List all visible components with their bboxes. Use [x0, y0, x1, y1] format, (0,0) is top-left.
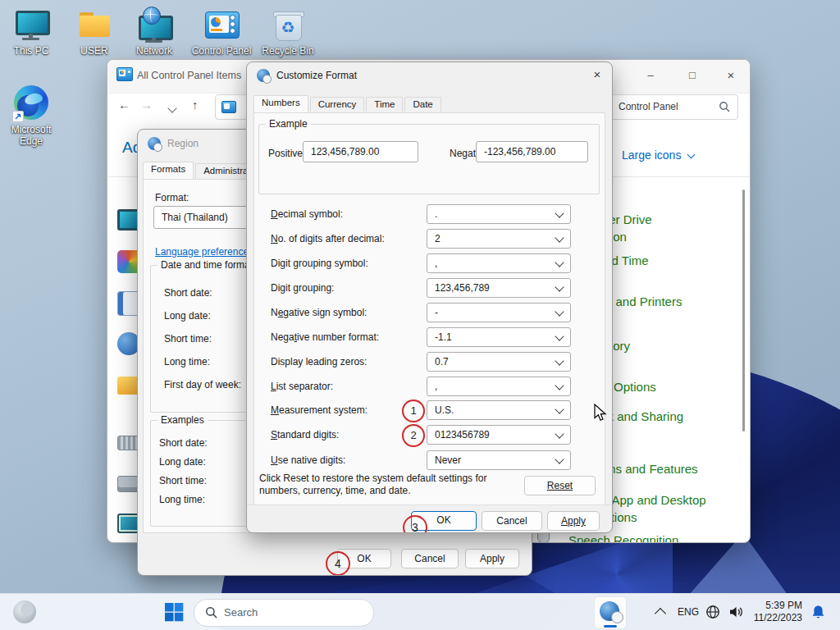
view-by-label: Large icons — [622, 148, 681, 162]
field-label: Standard digits: — [271, 429, 339, 441]
edge-icon — [12, 85, 50, 121]
desktop-icon-edge[interactable]: MicrosoftEdge — [0, 85, 62, 147]
taskbar-search[interactable]: Search — [194, 599, 374, 627]
example-row-label: Short time: — [159, 475, 207, 486]
reset-description: Click Reset to restore the system defaul… — [259, 472, 530, 497]
field-select-2[interactable]: 2 — [427, 229, 571, 249]
group-legend: Example — [266, 118, 311, 130]
tab-time[interactable]: Time — [366, 97, 403, 112]
up-button[interactable]: ↑ — [192, 98, 199, 112]
desktop-icon-control-panel[interactable]: Control Panel — [190, 7, 253, 57]
close-button[interactable]: × — [590, 67, 605, 82]
desktop-icon-label: This PC — [0, 45, 62, 57]
customize-cancel-button[interactable]: Cancel — [482, 511, 542, 531]
field-select-6[interactable]: -1.1 — [427, 327, 571, 347]
network-icon — [136, 7, 172, 43]
desktop-icon-label: Network — [123, 45, 185, 57]
field-select-9[interactable]: U.S. — [427, 400, 571, 420]
numbers-page: Example Positive: Negative: Decimal symb… — [253, 112, 605, 505]
region-apply-button[interactable]: Apply — [465, 549, 519, 568]
dialog-title: Region — [167, 138, 199, 149]
network-globe-icon[interactable] — [705, 605, 720, 619]
group-legend: Examples — [158, 414, 208, 426]
tab-date[interactable]: Date — [404, 97, 441, 112]
widgets-icon[interactable] — [13, 600, 36, 623]
field-select-value: 2 — [435, 230, 441, 248]
field-label: Measurement system: — [271, 404, 368, 416]
field-select-value: Never — [435, 451, 461, 469]
chevron-down-icon — [555, 307, 564, 316]
window-title: All Control Panel Items — [137, 70, 241, 81]
tray-chevron-up-icon[interactable] — [655, 608, 666, 619]
negative-example-field[interactable] — [476, 141, 588, 162]
region-dialog-icon — [148, 137, 161, 150]
positive-label: Positive: — [268, 148, 305, 159]
field-label: No. of digits after decimal: — [271, 233, 385, 244]
example-row-label: Short date: — [159, 437, 208, 449]
active-indicator — [604, 625, 617, 628]
minimize-button[interactable]: – — [645, 69, 656, 82]
dialog-title: Customize Format — [276, 70, 357, 81]
search-box-value: Control Panel — [619, 101, 678, 112]
field-select-11[interactable]: Never — [427, 450, 571, 470]
dialog-titlebar[interactable]: Customize Format × — [247, 62, 612, 94]
apply-button-label: Apply — [561, 515, 586, 527]
start-button[interactable] — [162, 600, 185, 623]
example-group: Example Positive: Negative: — [258, 124, 600, 194]
search-icon — [205, 606, 217, 619]
field-select-8[interactable]: , — [427, 377, 571, 396]
notification-bell-icon[interactable] — [811, 605, 825, 619]
field-select-value: , — [435, 377, 437, 395]
view-by-dropdown[interactable]: Large icons — [622, 148, 694, 162]
control-panel-icon — [203, 7, 240, 43]
annotation-step-2: 2 — [402, 424, 425, 447]
field-select-value: - — [435, 304, 438, 322]
date-time-format-row-label: Short time: — [164, 333, 212, 345]
search-icon[interactable] — [719, 101, 730, 112]
taskbar: Search — [0, 593, 840, 630]
language-preferences-link[interactable]: Language preferences — [155, 246, 253, 258]
back-button[interactable]: ← — [118, 98, 130, 112]
language-indicator[interactable]: ENG — [678, 606, 699, 618]
format-combobox-value: Thai (Thailand) — [162, 207, 228, 228]
reset-button-label: Reset — [547, 480, 573, 491]
desktop-icon-this-pc[interactable]: This PC — [0, 7, 62, 57]
field-label: Use native digits: — [271, 454, 345, 466]
reset-button[interactable]: Reset — [524, 476, 596, 495]
desktop-icon-label: MicrosoftEdge — [0, 124, 62, 147]
annotation-step-1: 1 — [402, 399, 425, 422]
tab-numbers[interactable]: Numbers — [253, 95, 308, 112]
positive-example-field[interactable] — [303, 141, 418, 162]
field-select-value: 0.7 — [435, 353, 449, 371]
control-panel-item[interactable]: Speech Recognition — [568, 532, 712, 543]
customize-apply-button[interactable]: Apply — [547, 511, 600, 531]
field-select-10[interactable]: 0123456789 — [427, 425, 571, 445]
date-time-format-row-label: Long time: — [164, 356, 210, 368]
field-select-5[interactable]: - — [427, 303, 571, 322]
recent-pages-chevron-icon[interactable] — [167, 103, 176, 112]
forward-button[interactable]: → — [140, 98, 153, 112]
scrollbar[interactable] — [742, 189, 745, 431]
field-select-4[interactable]: 123,456,789 — [427, 278, 571, 298]
control-panel-window-icon — [116, 67, 133, 81]
close-button[interactable]: × — [725, 69, 737, 82]
region-taskbar-icon[interactable] — [594, 596, 627, 629]
desktop-icon-label: Control Panel — [190, 45, 253, 57]
field-label: Negative number format: — [271, 331, 379, 343]
field-select-1[interactable]: . — [427, 204, 571, 224]
tab-formats[interactable]: Formats — [143, 162, 194, 179]
field-select-value: . — [435, 205, 437, 223]
desktop-icon-recycle-bin[interactable]: ♻Recycle Bin — [257, 7, 319, 57]
field-select-7[interactable]: 0.7 — [427, 352, 571, 372]
desktop-icon-folder[interactable]: USER — [63, 7, 126, 57]
desktop-icon-label: USER — [63, 45, 126, 57]
region-cancel-button[interactable]: Cancel — [401, 549, 459, 568]
maximize-button[interactable]: □ — [687, 69, 698, 82]
tray-clock[interactable]: 5:39 PM 11/22/2023 — [737, 600, 802, 624]
search-box[interactable]: Control Panel — [610, 94, 738, 120]
chevron-down-icon — [555, 381, 564, 390]
tab-currency[interactable]: Currency — [310, 97, 365, 112]
example-row-label: Long time: — [159, 494, 205, 505]
field-select-3[interactable]: , — [427, 253, 571, 273]
desktop-icon-network[interactable]: Network — [123, 7, 185, 57]
